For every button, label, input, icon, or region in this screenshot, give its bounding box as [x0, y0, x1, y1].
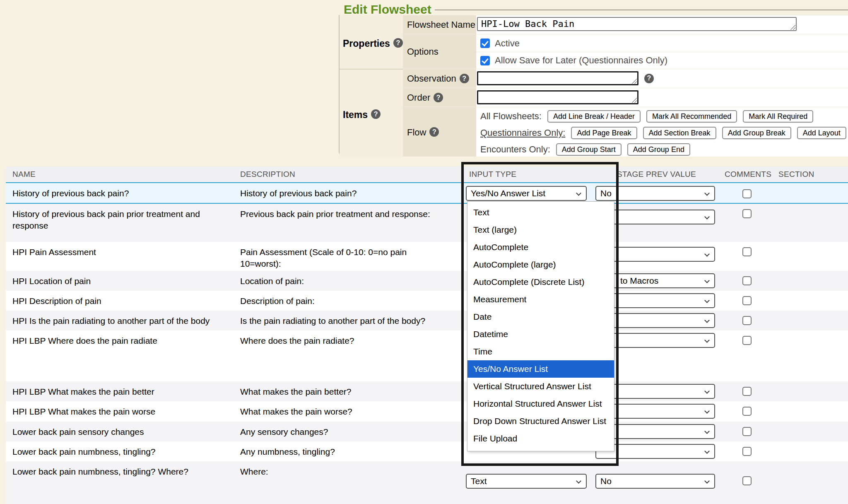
- stage-prev-value-select[interactable]: No: [595, 186, 715, 201]
- dropdown-option[interactable]: Time: [467, 343, 614, 360]
- flow-group: Questionnaires Only:Add Page BreakAdd Se…: [476, 125, 848, 141]
- dropdown-option[interactable]: Vertical Structured Answer List: [467, 378, 614, 395]
- dropdown-option[interactable]: Measurement: [467, 291, 614, 308]
- stage-prev-value-select[interactable]: No: [595, 474, 715, 489]
- chevron-down-icon: [704, 449, 710, 454]
- table-row[interactable]: HPI LBP Where does the pain radiateWhere…: [6, 330, 848, 381]
- add-line-break-header-button[interactable]: Add Line Break / Header: [547, 110, 641, 123]
- properties-label: Properties: [343, 38, 390, 49]
- flow-group-label: Encounters Only:: [480, 144, 550, 155]
- flow-group-label: Questionnaires Only:: [480, 128, 565, 138]
- resize-grip-icon[interactable]: [790, 24, 795, 30]
- dropdown-option[interactable]: Yes/No Answer List: [467, 360, 614, 378]
- flow-label-cell: Flow ?: [403, 107, 476, 157]
- item-name: Lower back pain numbness, tingling?: [12, 441, 222, 458]
- resize-grip-icon[interactable]: [631, 97, 637, 103]
- comments-checkbox[interactable]: [742, 189, 752, 198]
- items-section-label: Items ?: [340, 69, 403, 157]
- column-header-comments: COMMENTS: [725, 166, 771, 182]
- table-row[interactable]: HPI LBP What makes the pain betterWhat m…: [6, 381, 848, 401]
- chevron-down-icon: [704, 408, 710, 414]
- comments-checkbox[interactable]: [742, 247, 752, 256]
- mark-all-recommended-button[interactable]: Mark All Recommended: [646, 110, 737, 123]
- table-row[interactable]: History of previous back pain?History of…: [6, 182, 848, 204]
- add-section-break-button[interactable]: Add Section Break: [643, 127, 716, 139]
- comments-checkbox[interactable]: [742, 387, 752, 396]
- observation-input[interactable]: [477, 71, 638, 85]
- mark-all-required-button[interactable]: Mark All Required: [743, 110, 813, 123]
- input-type-select[interactable]: Text: [466, 474, 587, 489]
- chevron-down-icon: [576, 191, 581, 196]
- order-input[interactable]: [477, 90, 638, 104]
- edit-flowsheet-panel: Properties ? Items ? Flowsheet Name HPI-…: [339, 15, 848, 157]
- add-group-start-button[interactable]: Add Group Start: [556, 143, 622, 156]
- item-name: History of previous back pain prior trea…: [12, 204, 222, 232]
- table-row[interactable]: HPI Pain AssessmentPain Assessment (Scal…: [6, 242, 848, 271]
- table-row[interactable]: Lower back pain numbness, tingling? Wher…: [6, 461, 848, 504]
- item-name: HPI LBP What makes the pain better: [12, 381, 222, 398]
- dropdown-option[interactable]: File Upload: [467, 430, 614, 447]
- dropdown-option[interactable]: Date: [467, 308, 614, 326]
- item-description: Is the pain radiating to another part of…: [240, 311, 447, 327]
- dropdown-option[interactable]: Drop Down Structured Answer List: [467, 412, 614, 430]
- options-label-cell: Options: [403, 34, 476, 69]
- item-name: History of previous back pain?: [12, 183, 222, 199]
- item-description: Any sensory changes?: [240, 422, 447, 438]
- flowsheet-name-label: Flowsheet Name: [407, 19, 475, 30]
- item-description: Where:: [240, 461, 447, 477]
- add-group-end-button[interactable]: Add Group End: [627, 143, 690, 156]
- table-row[interactable]: HPI Location of painLocation of pain:to …: [6, 271, 848, 291]
- chevron-down-icon: [576, 478, 581, 484]
- comments-checkbox[interactable]: [742, 296, 752, 305]
- help-icon[interactable]: ?: [393, 38, 403, 48]
- flowsheet-name-input[interactable]: HPI-Low Back Pain: [477, 17, 797, 31]
- help-icon[interactable]: ?: [429, 127, 439, 137]
- items-label: Items: [343, 109, 368, 121]
- table-row[interactable]: Lower back pain numbness, tingling?Any n…: [6, 441, 848, 461]
- checkbox-checked[interactable]: [480, 56, 490, 65]
- resize-grip-icon[interactable]: [631, 78, 637, 84]
- flowsheet-name-label-cell: Flowsheet Name: [403, 15, 476, 34]
- dropdown-option[interactable]: AutoComplete (large): [467, 256, 614, 273]
- comments-checkbox[interactable]: [742, 476, 752, 485]
- table-body: History of previous back pain?History of…: [6, 182, 848, 504]
- add-page-break-button[interactable]: Add Page Break: [571, 127, 637, 139]
- table-row[interactable]: History of previous back pain prior trea…: [6, 204, 848, 242]
- item-description: Where does the pain radiate?: [240, 330, 447, 347]
- table-row[interactable]: HPI Description of painDescription of pa…: [6, 291, 848, 311]
- options-label: Options: [407, 46, 438, 57]
- input-type-select[interactable]: Yes/No Answer List: [466, 186, 587, 201]
- table-row[interactable]: HPI LBP What makes the pain worseWhat ma…: [6, 401, 848, 422]
- checkbox-checked[interactable]: [480, 39, 490, 48]
- table-row[interactable]: Lower back pain sensory changesAny senso…: [6, 422, 848, 441]
- order-value-cell: [476, 88, 848, 107]
- add-layout-button[interactable]: Add Layout: [797, 127, 846, 139]
- dropdown-option[interactable]: Text: [467, 204, 614, 221]
- options-value-cell: ActiveAllow Save for Later (Questionnair…: [476, 34, 848, 69]
- item-description: Previous back pain prior treatment and r…: [240, 204, 447, 220]
- chevron-down-icon: [704, 251, 710, 257]
- item-name: HPI LBP Where does the pain radiate: [12, 330, 222, 347]
- comments-checkbox[interactable]: [742, 276, 752, 285]
- table-row[interactable]: HPI Is the pain radiating to another par…: [6, 311, 848, 330]
- dropdown-option[interactable]: AutoComplete: [467, 239, 614, 256]
- help-icon[interactable]: ?: [434, 93, 443, 102]
- flow-value-cell: All Flowsheets:Add Line Break / HeaderMa…: [476, 107, 848, 157]
- comments-checkbox[interactable]: [742, 336, 752, 345]
- add-group-break-button[interactable]: Add Group Break: [722, 127, 791, 139]
- help-icon[interactable]: ?: [371, 109, 381, 119]
- dropdown-option[interactable]: Datetime: [467, 326, 614, 343]
- dropdown-option[interactable]: Horizontal Structured Answer List: [467, 395, 614, 412]
- dropdown-option[interactable]: Text (large): [467, 221, 614, 239]
- comments-checkbox[interactable]: [742, 407, 752, 416]
- dropdown-option[interactable]: AutoComplete (Discrete List): [467, 273, 614, 291]
- help-icon[interactable]: ?: [460, 74, 469, 83]
- comments-checkbox[interactable]: [742, 427, 752, 436]
- help-icon[interactable]: ?: [644, 74, 654, 83]
- item-description: Location of pain:: [240, 271, 447, 287]
- flow-group: All Flowsheets:Add Line Break / HeaderMa…: [476, 108, 848, 125]
- comments-checkbox[interactable]: [742, 316, 752, 325]
- item-name: HPI Is the pain radiating to another par…: [12, 311, 222, 327]
- comments-checkbox[interactable]: [742, 209, 752, 218]
- comments-checkbox[interactable]: [742, 447, 752, 456]
